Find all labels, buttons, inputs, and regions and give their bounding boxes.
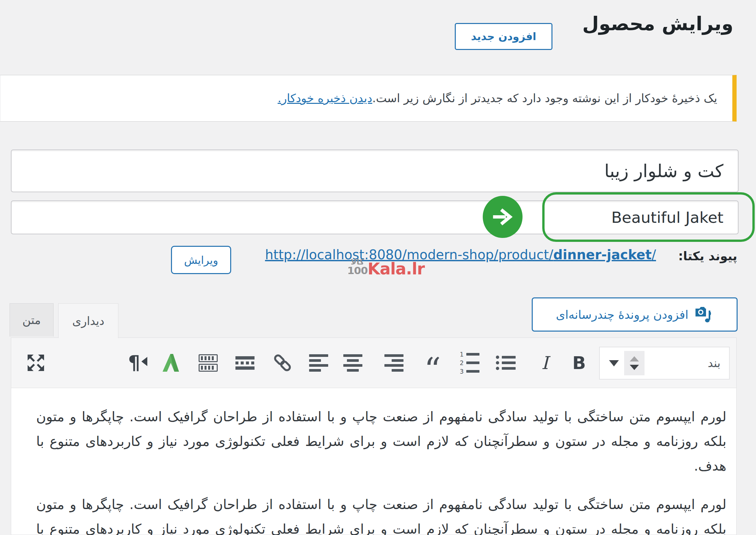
fullscreen-button[interactable] [24,350,48,375]
permalink-url-suffix: / [652,247,656,262]
keyboard-icon [199,354,218,372]
paragraph-direction-icon: ¶ [128,352,140,374]
editor-content-area[interactable]: لورم ایپسوم متن ساختگی با تولید سادگی نا… [11,388,736,535]
watermark-number: 100 [347,266,368,275]
autosave-notice-text: یک ذخیرهٔ خودکار از این نوشته وجود دارد … [372,92,717,105]
permalink-url-prefix: http://localhost:8080/modern-shop/produc… [265,247,553,262]
align-right-icon [384,354,403,372]
green-a-icon [160,352,182,373]
permalink-url-slug: dinner-jacket [553,247,652,262]
content-paragraph: لورم ایپسوم متن ساختگی با تولید سادگی نا… [36,492,726,535]
blockquote-button[interactable]: “ [421,350,444,375]
tab-text-editor[interactable]: متن [10,303,54,336]
permalink-label: پیوند یکتا: [678,249,737,263]
align-left-icon [309,354,328,372]
read-more-icon [235,356,254,370]
watermark-brand: Kala.lr [368,263,424,275]
bullet-list-icon [496,355,516,370]
view-autosave-link[interactable]: دیدن ذخیره خودکار. [277,92,372,105]
product-slug-input[interactable] [11,201,739,234]
add-new-button[interactable]: افزودن جدید [455,23,552,50]
editor-toolbar: بند B I 1 2 3 “ [11,338,736,388]
italic-button[interactable]: I [533,350,557,375]
paragraph-format-value: بند [708,356,720,370]
autosave-notice: یک ذخیرهٔ خودکار از این نوشته وجود دارد … [0,75,737,122]
numbered-list-button[interactable]: 1 2 3 [458,350,481,375]
bold-button[interactable]: B [567,350,591,375]
toolbar-toggle-button[interactable] [196,350,220,375]
permalink-url-link[interactable]: http://localhost:8080/modern-shop/produc… [265,247,656,262]
bullet-list-button[interactable] [494,350,518,375]
blockquote-icon: “ [424,366,441,373]
spinner-icon [624,351,645,375]
plugin-a-button[interactable] [159,350,183,375]
editor-panel: بند B I 1 2 3 “ [11,337,737,535]
add-media-icon [694,306,713,323]
edit-permalink-button[interactable]: ویرایش [171,246,231,274]
paragraph-format-dropdown[interactable]: بند [599,347,730,380]
align-right-button[interactable] [382,350,406,375]
tab-visual-editor[interactable]: دیداری [58,303,118,338]
text-direction-button[interactable]: ¶ [122,350,146,375]
edit-product-page: ویرایش محصول افزودن جدید یک ذخیرهٔ خودکا… [0,0,756,535]
chevron-down-icon [609,360,619,366]
fullscreen-icon [26,352,46,373]
add-media-button[interactable]: افزودن پروندهٔ چندرسانه‌ای [532,297,738,332]
align-left-button[interactable] [307,350,331,375]
add-media-label: افزودن پروندهٔ چندرسانه‌ای [556,308,688,322]
content-paragraph: لورم ایپسوم متن ساختگی با تولید سادگی نا… [36,405,726,478]
link-icon [273,353,292,373]
annotation-arrow-icon [483,196,523,238]
align-center-button[interactable] [341,350,365,375]
page-title: ویرایش محصول [582,13,733,36]
product-title-input[interactable] [11,150,739,192]
insert-link-button[interactable] [271,350,294,375]
read-more-button[interactable] [233,350,257,375]
align-center-icon [343,354,363,372]
numbered-list-icon: 1 2 3 [460,351,480,375]
